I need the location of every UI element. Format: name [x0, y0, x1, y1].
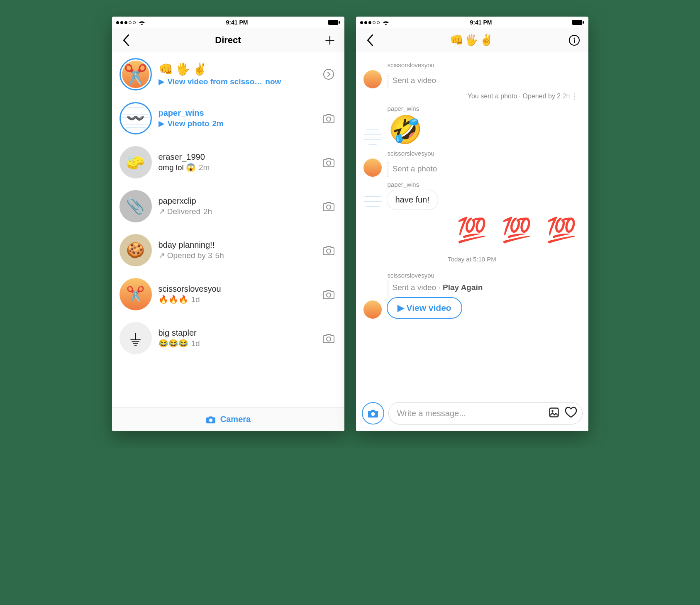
conversation-screen: 9:41 PM 👊🖐✌️ scissorslovesyou Sent a vid…: [356, 17, 588, 431]
sent-receipt: You sent a photo · Opened by 2 2h: [363, 93, 575, 100]
chevron-icon[interactable]: [320, 68, 337, 80]
avatar: [363, 192, 382, 210]
thread-name: paper_wins: [159, 108, 314, 118]
battery-icon: [572, 20, 584, 25]
thread-subtitle: 😂😂😂: [159, 339, 188, 348]
svg-point-8: [327, 337, 331, 341]
camera-icon[interactable]: [320, 201, 337, 212]
thread-row[interactable]: 🍪 bday planning!! ↗ Opened by 3 5h: [112, 228, 344, 272]
sender-label: scissorslovesyou: [388, 61, 581, 68]
disappearing-stub[interactable]: Sent a video · Play Again: [393, 281, 483, 295]
thread-row[interactable]: 〰️ paper_wins ▶View photo 2m: [112, 96, 344, 140]
chat-scroll[interactable]: scissorslovesyou Sent a video You sent a…: [356, 52, 588, 398]
disappearing-stub: Sent a photo: [393, 162, 437, 177]
avatar: ⏚: [120, 322, 152, 354]
svg-point-7: [327, 293, 331, 297]
back-button[interactable]: [119, 33, 134, 48]
avatar: 〰️: [120, 102, 152, 134]
svg-point-9: [209, 418, 212, 422]
disappearing-stub: Sent a video: [393, 73, 437, 88]
avatar: ✂️: [120, 278, 152, 310]
thread-list[interactable]: ✂️ 👊🖐✌️ ▶View video from scisso… now 〰️ …: [112, 52, 344, 407]
back-button[interactable]: [363, 33, 378, 48]
thread-row[interactable]: ✂️ 👊🖐✌️ ▶View video from scisso… now: [112, 52, 344, 96]
camera-bottom-button[interactable]: Camera: [112, 407, 344, 431]
thread-subtitle: View photo: [168, 119, 210, 128]
svg-point-3: [327, 117, 331, 121]
thread-row[interactable]: ✂️ scissorslovesyou 🔥🔥🔥 1d: [112, 272, 344, 316]
thread-name: big stapler: [159, 328, 314, 338]
svg-point-13: [573, 37, 575, 39]
camera-button-label: Camera: [220, 415, 251, 424]
thread-subtitle: omg lol 😱: [159, 163, 196, 172]
signal-dots-icon: [360, 21, 380, 24]
gallery-icon[interactable]: [548, 407, 560, 420]
svg-rect-0: [328, 20, 338, 25]
thread-subtitle: ↗ Opened by 3: [159, 251, 212, 260]
svg-point-17: [551, 410, 554, 412]
svg-point-15: [371, 412, 375, 416]
heart-icon[interactable]: [565, 407, 577, 420]
thread-time: now: [265, 77, 281, 86]
message-input[interactable]: [397, 409, 543, 418]
thread-name: 👊🖐✌️: [159, 62, 314, 76]
avatar: ✂️: [120, 58, 152, 90]
camera-icon[interactable]: [320, 245, 337, 256]
svg-point-2: [324, 69, 334, 79]
avatar: 🧽: [120, 146, 152, 178]
avatar: [363, 127, 382, 146]
svg-point-6: [327, 249, 331, 253]
camera-icon[interactable]: [320, 157, 337, 168]
wifi-icon: [382, 20, 390, 25]
timestamp-divider: Today at 5:10 PM: [363, 256, 581, 263]
thread-time: 2h: [203, 207, 212, 216]
sender-label: scissorslovesyou: [388, 150, 581, 157]
thread-subtitle: ↗ Delivered: [159, 207, 201, 216]
svg-rect-11: [583, 21, 584, 24]
thread-name: bday planning!!: [159, 240, 314, 250]
sender-label: paper_wins: [388, 105, 581, 112]
compose-bar: [356, 398, 588, 431]
camera-shutter-button[interactable]: [362, 402, 384, 424]
battery-icon: [328, 20, 340, 25]
thread-name: scissorslovesyou: [159, 284, 314, 294]
camera-icon[interactable]: [320, 289, 337, 300]
svg-point-5: [327, 205, 331, 209]
svg-rect-16: [549, 408, 558, 417]
compose-button[interactable]: [322, 33, 337, 48]
thread-subtitle: 🔥🔥🔥: [159, 295, 188, 304]
status-bar: 9:41 PM: [112, 17, 344, 28]
page-title: Direct: [215, 35, 241, 46]
camera-icon[interactable]: [320, 333, 337, 344]
thread-row[interactable]: 📎 paperxclip ↗ Delivered 2h: [112, 184, 344, 228]
thread-time: 1d: [191, 295, 200, 304]
emoji-message: 🤣: [388, 114, 422, 146]
signal-dots-icon: [116, 21, 136, 24]
sender-label: scissorslovesyou: [388, 272, 581, 279]
thread-name: paperxclip: [159, 196, 314, 206]
status-bar: 9:41 PM: [356, 17, 588, 28]
avatar: [363, 70, 382, 88]
wifi-icon: [138, 20, 146, 25]
avatar: 📎: [120, 190, 152, 222]
thread-subtitle: View video from scisso…: [168, 77, 263, 86]
svg-rect-1: [339, 21, 340, 24]
thread-time: 2m: [199, 163, 210, 172]
direct-inbox-screen: 9:41 PM Direct ✂️ 👊🖐✌️ ▶View video from …: [112, 17, 344, 431]
navbar: Direct: [112, 28, 344, 52]
emoji-message-outgoing: 💯 💯 💯: [363, 216, 581, 244]
message-bubble: have fun!: [387, 190, 438, 210]
camera-icon[interactable]: [320, 113, 337, 124]
thread-time: 5h: [215, 251, 224, 260]
view-video-button[interactable]: ▶ View video: [387, 297, 462, 319]
svg-rect-10: [572, 20, 582, 25]
thread-row[interactable]: ⏚ big stapler 😂😂😂 1d: [112, 316, 344, 360]
thread-row[interactable]: 🧽 eraser_1990 omg lol 😱 2m: [112, 140, 344, 184]
thread-time: 1d: [191, 339, 200, 348]
svg-rect-14: [574, 39, 575, 43]
conversation-title: 👊🖐✌️: [450, 34, 495, 46]
avatar: [363, 159, 382, 177]
info-button[interactable]: [567, 33, 582, 48]
svg-point-4: [327, 161, 331, 165]
avatar: [363, 300, 382, 319]
